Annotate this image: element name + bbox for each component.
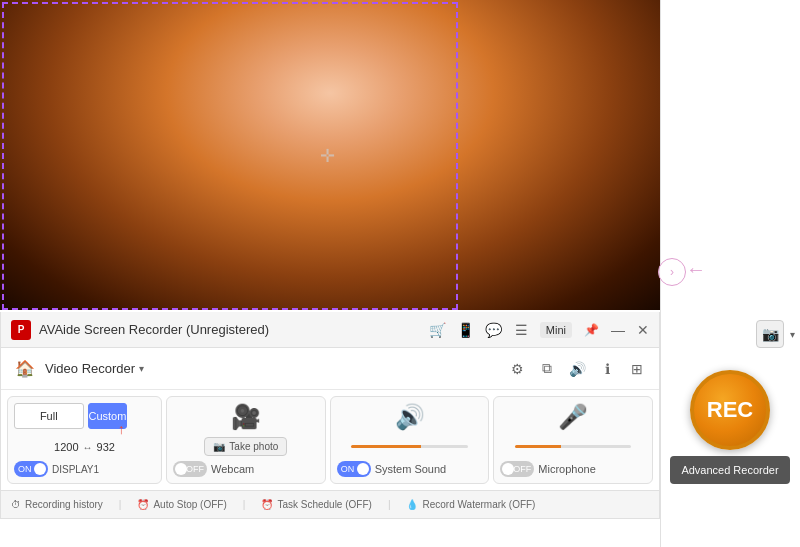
mic-icon: 🎤 [558,403,588,431]
task-schedule-label: Task Schedule (OFF) [277,499,371,510]
toggle-on-label: ON [18,464,32,474]
app-window: P AVAide Screen Recorder (Unregistered) … [0,312,660,519]
divider-3: | [388,499,391,510]
webcam-panel: 🎥 📷 Take photo OFF Webcam [166,396,326,484]
dim-arrow-icon: ↔ [83,442,93,453]
home-icon[interactable]: 🏠 [11,355,39,383]
section-arrow: ▾ [139,363,144,374]
collapse-button[interactable]: › [658,258,686,286]
toolbar: 🏠 Video Recorder ▾ ⚙ ⧉ 🔊 ℹ ⊞ [1,348,659,390]
divider-1: | [119,499,122,510]
section-label: Video Recorder [45,361,135,376]
crosshair-icon: ✛ [320,145,340,165]
toolbar-icons: ⚙ ⧉ 🔊 ℹ ⊞ [505,357,649,381]
rec-label: REC [707,397,753,423]
status-task-schedule[interactable]: ⏰ Task Schedule (OFF) [261,499,371,510]
title-controls: Mini 📌 — ✕ [540,322,649,338]
screen-dimensions: 1200 ↔ 932 [54,441,115,453]
speaker-icon: 🔊 [395,403,425,431]
mic-toggle-row: OFF Microphone [500,461,646,477]
take-photo-label: Take photo [229,441,278,452]
system-toggle-on-label: ON [341,464,355,474]
settings-icon[interactable]: ⚙ [505,357,529,381]
minimize-button[interactable]: — [611,322,625,338]
width-value[interactable]: 1200 [54,441,78,453]
history-icon: ⏱ [11,499,21,510]
video-preview: ✛ [0,0,660,310]
advanced-recorder-button[interactable]: Advanced Recorder [670,456,790,484]
take-photo-button[interactable]: 📷 Take photo [204,437,287,456]
webcam-toggle-off-label: OFF [186,464,204,474]
volume-icon[interactable]: 🔊 [565,357,589,381]
screen-toggle[interactable]: ON [14,461,48,477]
camera-small-icon: 📷 [213,441,225,452]
app-logo: P [11,320,31,340]
menu-icon[interactable]: ☰ [512,320,532,340]
system-toggle[interactable]: ON [337,461,371,477]
chat-icon[interactable]: 💬 [484,320,504,340]
status-auto-stop[interactable]: ⏰ Auto Stop (OFF) [137,499,226,510]
system-volume-slider[interactable] [351,445,468,448]
mini-label[interactable]: Mini [540,322,572,338]
microphone-panel: 🎤 OFF Microphone [493,396,653,484]
toggle-knob [34,463,46,475]
clone-icon[interactable]: ⧉ [535,357,559,381]
auto-stop-label: Auto Stop (OFF) [153,499,226,510]
recorder-panels: Full Custom ↑ 1200 ↔ 932 ON DISPLAY1 [1,390,659,490]
app-title: AVAide Screen Recorder (Unregistered) [39,322,428,337]
screen-toggle-row: ON DISPLAY1 [14,461,155,477]
webcam-icon: 🎥 [231,403,261,431]
system-toggle-row: ON System Sound [337,461,483,477]
status-bar: ⏱ Recording history | ⏰ Auto Stop (OFF) … [1,490,659,518]
rec-area: REC Advanced Recorder [665,370,795,484]
right-top-controls: 📷 ▾ [756,320,795,348]
screen-panel: Full Custom ↑ 1200 ↔ 932 ON DISPLAY1 [7,396,162,484]
webcam-toggle[interactable]: OFF [173,461,207,477]
webcam-toggle-row: OFF Webcam [173,461,319,477]
title-bar: P AVAide Screen Recorder (Unregistered) … [1,312,659,348]
mic-volume-slider[interactable] [515,445,632,448]
rec-button[interactable]: REC [690,370,770,450]
close-button[interactable]: ✕ [637,322,649,338]
title-icons: 🛒 📱 💬 ☰ [428,320,532,340]
phone-icon[interactable]: 📱 [456,320,476,340]
logo-letter: P [18,324,25,335]
webcam-label: Webcam [211,463,254,475]
watermark-label: Record Watermark (OFF) [422,499,535,510]
mic-toggle[interactable]: OFF [500,461,534,477]
divider-2: | [243,499,246,510]
recording-history-label: Recording history [25,499,103,510]
info-icon[interactable]: ℹ [595,357,619,381]
system-sound-label: System Sound [375,463,447,475]
task-icon: ⏰ [261,499,273,510]
system-sound-panel: 🔊 ON System Sound [330,396,490,484]
height-value[interactable]: 932 [97,441,115,453]
screen-buttons: Full Custom ↑ [14,403,155,429]
system-toggle-knob [357,463,369,475]
full-button[interactable]: Full [14,403,84,429]
status-watermark[interactable]: 💧 Record Watermark (OFF) [406,499,535,510]
video-frame: ✛ [0,0,660,310]
mic-toggle-off-label: OFF [513,464,531,474]
display-label: DISPLAY1 [52,464,99,475]
auto-stop-icon: ⏰ [137,499,149,510]
status-recording-history[interactable]: ⏱ Recording history [11,499,103,510]
arrow-indicator: ← [686,258,706,281]
screen-icon[interactable]: ⊞ [625,357,649,381]
pin-icon[interactable]: 📌 [584,323,599,337]
cart-icon[interactable]: 🛒 [428,320,448,340]
upload-arrow-icon: ↑ [118,421,125,437]
microphone-label: Microphone [538,463,595,475]
watermark-icon: 💧 [406,499,418,510]
section-dropdown[interactable]: Video Recorder ▾ [45,361,144,376]
camera-dropdown[interactable]: ▾ [790,329,795,340]
camera-button[interactable]: 📷 [756,320,784,348]
